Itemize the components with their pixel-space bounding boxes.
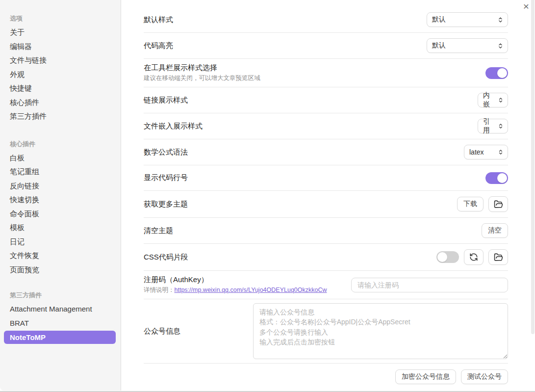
sidebar-item-hotkeys[interactable]: 快捷键 [10, 81, 116, 96]
sidebar-item-files-links[interactable]: 文件与链接 [10, 53, 116, 68]
refresh-icon [469, 253, 478, 261]
chevrons-up-down-icon [498, 123, 504, 129]
sidebar-item-editor[interactable]: 编辑器 [10, 40, 116, 54]
chevrons-up-down-icon [498, 97, 504, 103]
setting-row-default-style: 默认样式 默认 [144, 7, 508, 33]
file-embed-style-select[interactable]: 引用 [478, 119, 508, 133]
toggle-knob [497, 68, 507, 78]
default-style-select[interactable]: 默认 [427, 12, 508, 27]
chevrons-up-down-icon [498, 149, 504, 155]
setting-label: 代码高亮 [144, 41, 173, 51]
code-highlight-select[interactable]: 默认 [427, 38, 508, 53]
sidebar-item-about[interactable]: 关于 [10, 26, 116, 40]
select-value: 引用 [483, 117, 496, 135]
setting-row-toolbar-style: 在工具栏展示样式选择 建议在移动端关闭，可以增大文章预览区域 [144, 59, 508, 87]
test-mp-button[interactable]: 测试公众号 [461, 369, 508, 384]
sidebar-item-file-recovery[interactable]: 文件恢复 [10, 249, 116, 263]
code-line-number-toggle[interactable] [485, 172, 508, 184]
toolbar-style-toggle[interactable] [485, 67, 508, 79]
scrollbar-thumb[interactable] [531, 0, 535, 334]
toggle-knob [497, 173, 507, 183]
math-syntax-select[interactable]: latex [464, 145, 508, 159]
setting-label: 在工具栏展示样式选择 [144, 63, 260, 73]
clear-theme-button[interactable]: 清空 [482, 223, 508, 238]
setting-label: 文件嵌入展示样式 [144, 122, 203, 131]
sidebar-item-attachment-management[interactable]: Attachment Management [10, 302, 116, 316]
authkey-input[interactable] [351, 278, 508, 292]
sidebar-item-note-composer[interactable]: 笔记重组 [10, 165, 116, 179]
setting-row-more-themes: 获取更多主题 下载 [144, 191, 508, 218]
sidebar-item-daily-notes[interactable]: 日记 [10, 235, 116, 249]
setting-row-auth-key: 注册码（AuthKey） 详情说明：https://mp.weixin.qq.c… [144, 271, 508, 299]
footer-actions: 加密公众号信息 测试公众号 [144, 364, 508, 390]
setting-label: 注册码（AuthKey） [144, 275, 327, 285]
sidebar-section-header-community: 第三方插件 [10, 288, 116, 302]
settings-content: 默认样式 默认 代码高亮 默认 在工具栏展示样式选择 建议在移动端关闭，可以增大… [122, 0, 535, 391]
sidebar-section-header-core: 核心插件 [10, 137, 116, 151]
setting-row-code-line-number: 显示代码行号 [144, 165, 508, 191]
setting-row-code-highlight: 代码高亮 默认 [144, 33, 508, 59]
setting-row-clear-theme: 清空主题 清空 [144, 218, 508, 244]
setting-label: 清空主题 [144, 226, 173, 235]
sidebar-item-appearance[interactable]: 外观 [10, 68, 116, 82]
desc-prefix: 详情说明： [144, 287, 175, 293]
download-theme-button[interactable]: 下载 [457, 197, 484, 211]
sidebar-item-command-palette[interactable]: 命令面板 [10, 207, 116, 221]
setting-row-file-embed-style: 文件嵌入展示样式 引用 [144, 113, 508, 139]
setting-label: CSS代码片段 [144, 253, 188, 262]
sidebar-item-backlinks[interactable]: 反向链接 [10, 179, 116, 193]
sidebar-item-brat[interactable]: BRAT [10, 316, 116, 331]
sidebar-item-templates[interactable]: 模板 [10, 221, 116, 235]
css-snippet-toggle[interactable] [436, 251, 459, 263]
setting-label: 默认样式 [144, 15, 173, 25]
setting-row-mp-info: 公众号信息 [144, 299, 508, 364]
setting-description: 建议在移动端关闭，可以增大文章预览区域 [144, 74, 260, 82]
setting-label: 公众号信息 [144, 327, 180, 336]
chevrons-up-down-icon [497, 17, 504, 23]
setting-label: 显示代码行号 [144, 173, 188, 183]
sidebar-item-canvas[interactable]: 白板 [10, 151, 116, 165]
folder-open-icon [494, 253, 503, 262]
settings-modal: 选项 关于 编辑器 文件与链接 外观 快捷键 核心插件 第三方插件 核心插件 白… [0, 0, 535, 392]
sidebar-section-header-options: 选项 [10, 12, 116, 26]
sidebar-item-page-preview[interactable]: 页面预览 [10, 263, 116, 277]
refresh-snippet-button[interactable] [464, 249, 484, 265]
settings-sidebar: 选项 关于 编辑器 文件与链接 外观 快捷键 核心插件 第三方插件 核心插件 白… [0, 0, 121, 391]
setting-row-math-syntax: 数学公式语法 latex [144, 139, 508, 165]
open-snippet-folder-button[interactable] [488, 249, 508, 265]
toggle-knob [437, 252, 447, 262]
setting-description: 详情说明：https://mp.weixin.qq.com/s/LYujo4OD… [144, 286, 327, 294]
chevrons-up-down-icon [497, 43, 504, 49]
setting-label: 链接展示样式 [144, 96, 188, 105]
sidebar-item-community-plugins[interactable]: 第三方插件 [10, 109, 116, 124]
sidebar-item-quick-switcher[interactable]: 快速切换 [10, 193, 116, 207]
setting-label: 数学公式语法 [144, 148, 188, 157]
open-theme-folder-button[interactable] [488, 196, 508, 212]
select-value: 默认 [432, 41, 446, 50]
encrypt-mp-info-button[interactable]: 加密公众号信息 [395, 369, 456, 384]
select-value: 默认 [432, 15, 446, 24]
link-style-select[interactable]: 内嵌 [478, 93, 508, 107]
authkey-help-link[interactable]: https://mp.weixin.qq.com/s/LYujo4ODEYLuq… [175, 287, 327, 293]
sidebar-item-core-plugins[interactable]: 核心插件 [10, 96, 116, 110]
setting-row-css-snippet: CSS代码片段 [144, 244, 508, 271]
folder-open-icon [494, 200, 503, 209]
select-value: 内嵌 [483, 91, 496, 109]
select-value: latex [469, 148, 484, 156]
setting-label: 获取更多主题 [144, 200, 188, 209]
close-icon[interactable]: × [523, 1, 529, 11]
sidebar-item-notetomp[interactable]: NoteToMP [4, 331, 116, 344]
setting-row-link-style: 链接展示样式 内嵌 [144, 87, 508, 113]
mp-info-textarea[interactable] [253, 303, 508, 359]
